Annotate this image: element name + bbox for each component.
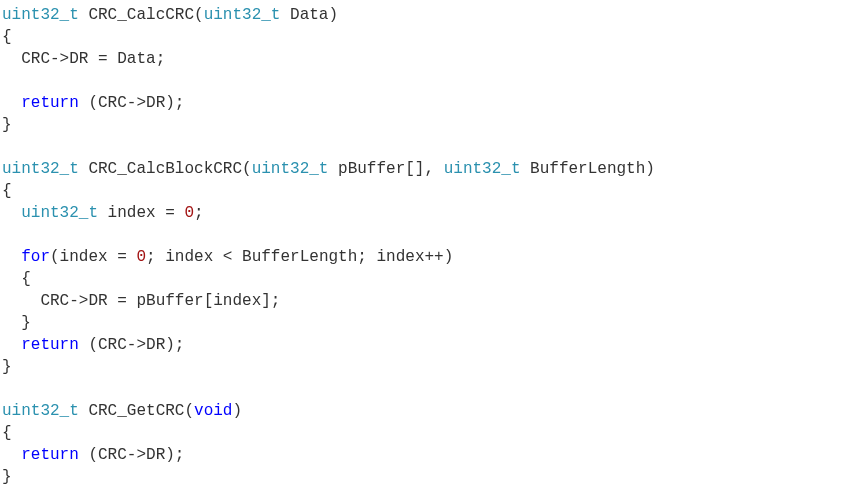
token-plain: ; — [194, 204, 204, 222]
token-keyword: for — [21, 248, 50, 266]
token-plain: CRC_CalcCRC( — [79, 6, 204, 24]
token-plain: (CRC->DR); — [79, 94, 185, 112]
token-plain — [2, 204, 21, 222]
token-keyword: return — [21, 94, 79, 112]
token-plain: (CRC->DR); — [79, 336, 185, 354]
token-type: uint32_t — [2, 160, 79, 178]
token-type: uint32_t — [444, 160, 521, 178]
token-plain: CRC->DR = pBuffer[index]; — [2, 292, 280, 310]
token-keyword: void — [194, 402, 232, 420]
token-keyword: return — [21, 446, 79, 464]
token-plain: Data) — [280, 6, 338, 24]
token-plain: CRC_CalcBlockCRC( — [79, 160, 252, 178]
token-plain: ; index < BufferLength; index++) — [146, 248, 453, 266]
token-keyword: return — [21, 336, 79, 354]
token-plain: index = — [98, 204, 184, 222]
token-type: uint32_t — [2, 402, 79, 420]
token-type: uint32_t — [204, 6, 281, 24]
token-type: uint32_t — [21, 204, 98, 222]
token-type: uint32_t — [2, 6, 79, 24]
token-plain: { — [2, 182, 12, 200]
token-plain — [2, 94, 21, 112]
code-block: uint32_t CRC_CalcCRC(uint32_t Data) { CR… — [0, 0, 842, 488]
token-plain: CRC_GetCRC( — [79, 402, 194, 420]
token-plain: } — [2, 314, 31, 332]
token-plain: } — [2, 116, 12, 134]
token-plain — [2, 446, 21, 464]
token-plain: } — [2, 358, 12, 376]
token-plain: BufferLength) — [520, 160, 654, 178]
token-number: 0 — [136, 248, 146, 266]
token-plain: (CRC->DR); — [79, 446, 185, 464]
token-plain: { — [2, 28, 12, 46]
token-plain: ) — [232, 402, 242, 420]
token-plain — [2, 336, 21, 354]
token-plain — [2, 248, 21, 266]
token-plain: { — [2, 424, 12, 442]
token-plain: (index = — [50, 248, 136, 266]
token-plain: CRC->DR = Data; — [2, 50, 165, 68]
token-plain: pBuffer[], — [328, 160, 443, 178]
token-plain: { — [2, 270, 31, 288]
token-plain: } — [2, 468, 12, 486]
token-number: 0 — [184, 204, 194, 222]
token-type: uint32_t — [252, 160, 329, 178]
